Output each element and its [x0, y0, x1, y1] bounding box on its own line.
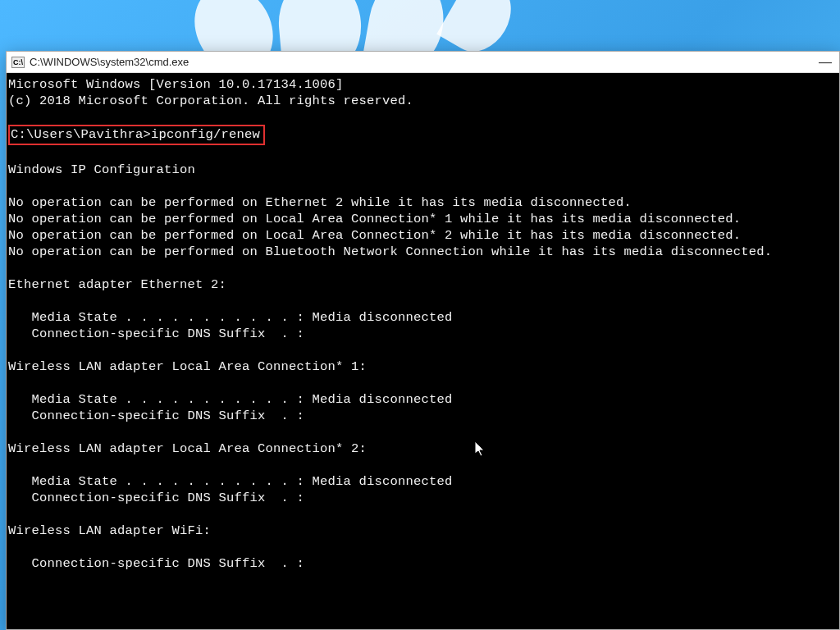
- highlighted-command: C:\Users\Pavithra>ipconfig/renew: [8, 125, 265, 145]
- window-title: C:\WINDOWS\system32\cmd.exe: [30, 56, 189, 68]
- terminal-line: No operation can be performed on Local A…: [8, 228, 741, 243]
- terminal-line: No operation can be performed on Bluetoo…: [8, 244, 772, 259]
- cmd-window: C:\ C:\WINDOWS\system32\cmd.exe — Micros…: [6, 51, 840, 630]
- terminal-line: Wireless LAN adapter Local Area Connecti…: [8, 359, 367, 374]
- terminal-line: Microsoft Windows [Version 10.0.17134.10…: [8, 77, 344, 92]
- terminal-line: Wireless LAN adapter Local Area Connecti…: [8, 441, 367, 456]
- terminal-line: Media State . . . . . . . . . . . : Medi…: [8, 474, 453, 489]
- terminal-line: Connection-specific DNS Suffix . :: [8, 556, 304, 571]
- terminal-output[interactable]: Microsoft Windows [Version 10.0.17134.10…: [7, 73, 839, 629]
- terminal-line: No operation can be performed on Etherne…: [8, 195, 632, 210]
- terminal-line: Windows IP Configuration: [8, 162, 195, 177]
- terminal-line: Ethernet adapter Ethernet 2:: [8, 277, 226, 292]
- terminal-line: Connection-specific DNS Suffix . :: [8, 409, 304, 423]
- terminal-line: Connection-specific DNS Suffix . :: [8, 491, 304, 505]
- minimize-button[interactable]: —: [819, 57, 831, 68]
- terminal-line: Wireless LAN adapter WiFi:: [8, 523, 211, 538]
- window-titlebar[interactable]: C:\ C:\WINDOWS\system32\cmd.exe —: [7, 52, 839, 73]
- terminal-line: No operation can be performed on Local A…: [8, 212, 741, 226]
- cmd-icon: C:\: [11, 57, 25, 68]
- terminal-line: (c) 2018 Microsoft Corporation. All righ…: [8, 94, 413, 108]
- terminal-line: Media State . . . . . . . . . . . : Medi…: [8, 392, 453, 407]
- terminal-line: Connection-specific DNS Suffix . :: [8, 326, 304, 341]
- terminal-line: Media State . . . . . . . . . . . : Medi…: [8, 310, 453, 325]
